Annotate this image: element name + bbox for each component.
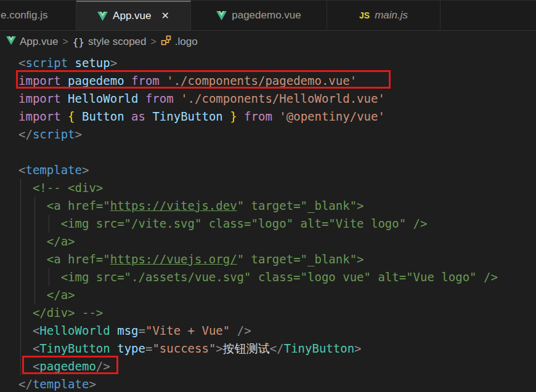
tab-label: main.js bbox=[375, 9, 408, 22]
code-token: https://vuejs.org/ bbox=[110, 252, 237, 266]
code-token: > bbox=[354, 342, 361, 355]
code-token: " target="_blank"> bbox=[237, 199, 364, 212]
code-token: '@opentiny/vue' bbox=[279, 110, 385, 123]
code-line[interactable]: <template> bbox=[18, 161, 536, 179]
code-line[interactable]: </a> bbox=[18, 286, 536, 304]
tab-main-js[interactable]: JS main.js bbox=[327, 1, 441, 30]
code-token: </ bbox=[18, 127, 33, 141]
code-line[interactable]: <script setup> bbox=[18, 54, 536, 72]
code-token: < bbox=[18, 56, 25, 70]
code-line[interactable]: </template> bbox=[18, 375, 536, 392]
code-line[interactable]: <HelloWorld msg="Vite + Vue" /> bbox=[18, 322, 536, 340]
code-token: </ bbox=[18, 377, 33, 391]
code-token bbox=[68, 56, 75, 70]
breadcrumb-style-scoped[interactable]: {} style scoped bbox=[73, 36, 147, 48]
code-line[interactable]: <img src="./assets/vue.svg" class="logo … bbox=[18, 268, 536, 286]
code-token: <a href=" bbox=[18, 252, 110, 266]
code-token: "success" bbox=[152, 342, 216, 355]
code-token: < bbox=[33, 342, 39, 355]
code-token: TinyButton bbox=[39, 342, 117, 355]
code-line[interactable]: <img src="/vite.svg" class="logo" alt="V… bbox=[18, 215, 536, 233]
code-token: as bbox=[131, 110, 152, 123]
code-line[interactable] bbox=[18, 143, 536, 161]
chevron-right-icon: > bbox=[62, 36, 68, 47]
tab-vite-config-js[interactable]: e.config.js bbox=[0, 1, 76, 30]
tab-label: App.vue bbox=[113, 10, 151, 22]
js-file-icon: JS bbox=[359, 10, 370, 20]
vue-file-icon bbox=[216, 11, 227, 20]
editor-tab-bar: e.config.js App.vue ✕ pagedemo.vue JS ma… bbox=[0, 0, 536, 31]
code-token: </ bbox=[270, 342, 284, 355]
vue-file-icon bbox=[6, 36, 16, 48]
code-token: < bbox=[18, 163, 25, 177]
code-token: TinyButton bbox=[152, 110, 230, 123]
code-token: <a href=" bbox=[18, 199, 110, 212]
code-token: setup bbox=[75, 56, 110, 70]
code-token: } bbox=[230, 110, 244, 123]
code-token: /> bbox=[230, 324, 251, 337]
tab-bar-empty-space bbox=[441, 1, 536, 30]
code-token: <img src="/vite.svg" class="logo" alt="V… bbox=[18, 217, 427, 230]
symbol-object-icon: {} bbox=[73, 36, 84, 48]
code-token: " target="_blank"> bbox=[237, 252, 364, 266]
indent-guide bbox=[20, 179, 21, 375]
code-token: <img src="./assets/vue.svg" class="logo … bbox=[18, 270, 498, 284]
code-line[interactable]: </a> bbox=[18, 233, 536, 250]
code-line[interactable]: <!-- <div> bbox=[18, 179, 536, 197]
code-token: script bbox=[25, 56, 68, 70]
close-icon[interactable]: ✕ bbox=[161, 11, 169, 21]
code-line[interactable]: </script> bbox=[18, 126, 536, 143]
code-token: import bbox=[18, 92, 68, 105]
code-token: script bbox=[33, 127, 75, 141]
code-token: Button bbox=[82, 110, 131, 123]
breadcrumb-selector-logo[interactable]: .logo bbox=[161, 35, 198, 49]
code-content: <script setup>import pagedemo from './co… bbox=[18, 54, 536, 392]
code-token: </a> bbox=[18, 288, 75, 302]
tab-app-vue[interactable]: App.vue ✕ bbox=[76, 1, 191, 30]
annotation-box bbox=[22, 356, 118, 374]
symbol-class-icon bbox=[161, 35, 171, 49]
code-token: = bbox=[145, 342, 152, 355]
code-line[interactable]: import HelloWorld from './components/Hel… bbox=[18, 90, 536, 108]
code-token: = bbox=[139, 324, 145, 337]
code-token: > bbox=[216, 342, 222, 355]
code-token: > bbox=[82, 163, 89, 177]
tab-pagedemo-vue[interactable]: pagedemo.vue bbox=[191, 1, 327, 30]
code-token: https://vitejs.dev bbox=[110, 199, 237, 212]
code-token: 按钮测试 bbox=[223, 342, 270, 355]
code-token: "Vite + Vue" bbox=[145, 324, 230, 337]
code-token: import bbox=[18, 110, 68, 123]
tab-label: pagedemo.vue bbox=[232, 9, 301, 22]
code-line[interactable]: <a href="https://vuejs.org/" target="_bl… bbox=[18, 250, 536, 268]
code-token: </a> bbox=[18, 234, 75, 248]
code-editor[interactable]: <script setup>import pagedemo from './co… bbox=[0, 53, 536, 392]
tab-label: e.config.js bbox=[1, 9, 48, 22]
indent-guide bbox=[49, 268, 49, 286]
code-token: template bbox=[33, 377, 89, 391]
code-token: from bbox=[145, 92, 181, 105]
breadcrumb: App.vue > {} style scoped > .logo bbox=[0, 31, 536, 53]
code-token: './components/HelloWorld.vue' bbox=[181, 92, 385, 105]
code-token: type bbox=[117, 342, 145, 355]
code-line[interactable]: import { Button as TinyButton } from '@o… bbox=[18, 108, 536, 126]
code-token: < bbox=[33, 324, 39, 337]
code-token: msg bbox=[117, 324, 138, 337]
code-token: template bbox=[25, 163, 82, 177]
code-line[interactable]: </div> --> bbox=[18, 304, 536, 322]
code-token: > bbox=[75, 127, 82, 141]
code-token: HelloWorld bbox=[68, 92, 145, 105]
code-token: > bbox=[89, 377, 95, 391]
chevron-right-icon: > bbox=[151, 36, 156, 47]
code-token: TinyButton bbox=[284, 342, 354, 355]
code-token: > bbox=[110, 56, 117, 70]
indent-guide bbox=[35, 197, 35, 304]
code-token: <!-- <div> bbox=[18, 181, 103, 194]
breadcrumb-file[interactable]: App.vue bbox=[6, 36, 58, 48]
code-line[interactable]: <TinyButton type="success">按钮测试</TinyBut… bbox=[18, 340, 536, 358]
code-line[interactable]: <a href="https://vitejs.dev" target="_bl… bbox=[18, 197, 536, 215]
code-token: from bbox=[244, 110, 279, 123]
indent-guide bbox=[49, 215, 49, 233]
code-token: </div> --> bbox=[18, 306, 103, 319]
code-token: { bbox=[68, 110, 82, 123]
annotation-box bbox=[16, 70, 391, 89]
